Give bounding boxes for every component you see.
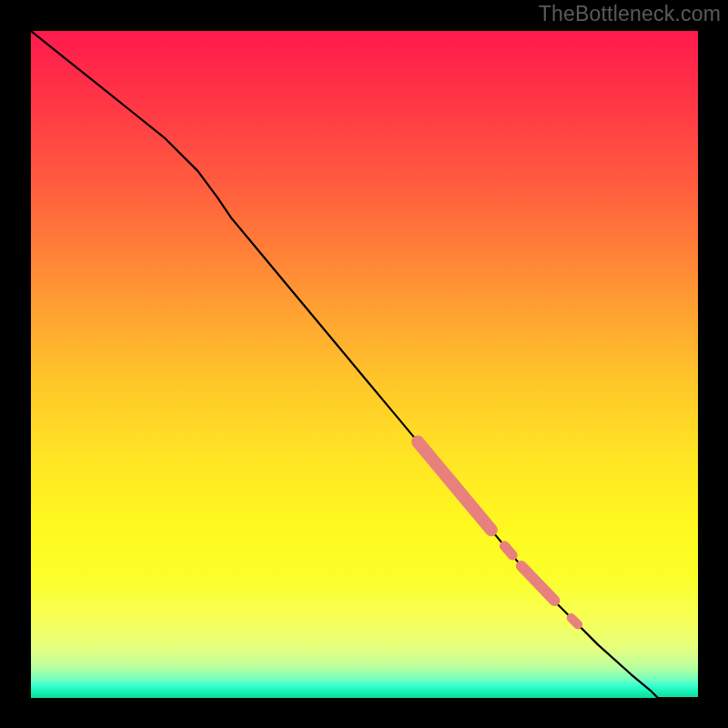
highlighted-segments	[418, 442, 578, 625]
segment-d	[571, 618, 578, 624]
plot-area	[31, 31, 698, 698]
attribution-label: TheBottleneck.com	[539, 2, 721, 26]
main-curve	[31, 31, 698, 698]
segment-b	[504, 546, 512, 555]
chart-frame: TheBottleneck.com	[0, 0, 728, 728]
segment-a	[418, 442, 491, 531]
segment-c	[521, 566, 555, 601]
chart-overlay	[31, 31, 698, 698]
